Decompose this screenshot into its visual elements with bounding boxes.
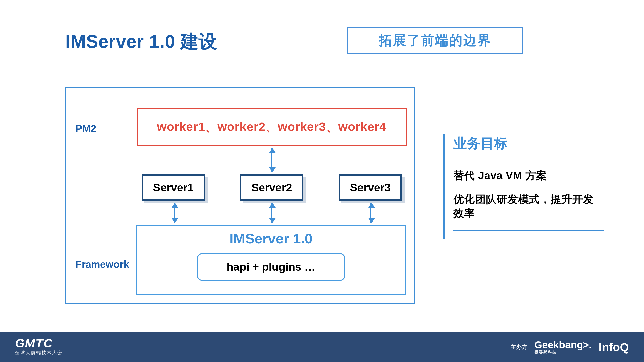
geekbang-logo: Geekbang>. 极客邦科技 <box>534 339 592 355</box>
sponsor-label: 主办方 <box>511 343 527 351</box>
footer-logo: GMTC 全球大前端技术大会 <box>15 336 63 356</box>
framework-box-title: IMServer 1.0 <box>137 230 405 247</box>
slide-title: IMServer 1.0 建设 <box>65 30 217 54</box>
server1-box: Server1 <box>142 174 205 201</box>
arrow-workers-servers-icon <box>271 148 272 172</box>
slide: IMServer 1.0 建设 拓展了前端的边界 PM2 Framework w… <box>0 0 644 362</box>
arrow-server2-framework-icon <box>271 203 272 223</box>
gmtc-logo-text: GMTC <box>15 336 63 350</box>
framework-box: IMServer 1.0 hapi + plugins … <box>136 225 406 295</box>
goals-heading: 业务目标 <box>453 134 604 158</box>
geekbang-text: Geekbang>. <box>534 339 592 350</box>
divider <box>453 160 604 160</box>
workers-box: worker1、worker2、worker3、worker4 <box>137 108 407 146</box>
goal-item: 优化团队研发模式，提升开发效率 <box>453 192 604 220</box>
divider <box>453 230 604 231</box>
footer-sponsors: 主办方 Geekbang>. 极客邦科技 InfoQ <box>511 339 629 355</box>
server3-box: Server3 <box>339 174 402 201</box>
footer-bar: GMTC 全球大前端技术大会 主办方 Geekbang>. 极客邦科技 Info… <box>0 332 644 362</box>
pm2-label: PM2 <box>75 123 96 134</box>
goal-item: 替代 Java VM 方案 <box>453 169 604 183</box>
gmtc-logo-subtitle: 全球大前端技术大会 <box>15 350 63 356</box>
geekbang-subtitle: 极客邦科技 <box>534 350 592 355</box>
hapi-plugins-box: hapi + plugins … <box>197 253 345 281</box>
highlight-badge: 拓展了前端的边界 <box>347 27 523 54</box>
business-goals-panel: 业务目标 替代 Java VM 方案 优化团队研发模式，提升开发效率 <box>443 134 604 239</box>
framework-label: Framework <box>75 259 129 270</box>
infoq-logo: InfoQ <box>599 340 629 354</box>
arrow-server1-framework-icon <box>174 203 175 223</box>
server2-box: Server2 <box>240 174 303 201</box>
arrow-server3-framework-icon <box>370 203 371 223</box>
